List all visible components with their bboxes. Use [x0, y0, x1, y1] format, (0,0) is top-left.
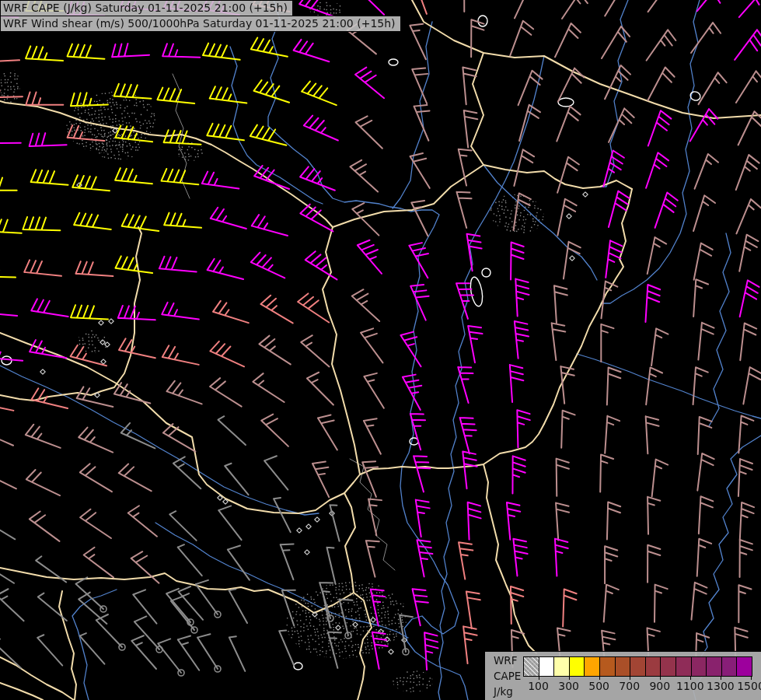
legend-tick-label: 900	[649, 680, 670, 692]
legend-tick-label: 500	[588, 680, 609, 692]
legend-swatch	[630, 657, 645, 676]
legend-swatch	[660, 657, 675, 676]
legend-title: WRF CAPE J/kg	[494, 653, 521, 699]
legend-swatch	[599, 657, 615, 676]
legend-swatch	[569, 657, 585, 676]
map-title-wind-shear: WRF Wind shear (m/s) 500/1000hPa Saturda…	[0, 16, 401, 32]
legend-tick-label: 1300	[707, 680, 735, 692]
legend-swatch	[615, 657, 630, 676]
legend-title-line-3: J/kg	[494, 684, 521, 699]
cape-legend: WRF CAPE J/kg 10030050070090011001300150…	[484, 651, 761, 700]
legend-swatch	[524, 657, 539, 676]
legend-swatch	[539, 657, 554, 676]
legend-color-bar	[523, 656, 752, 677]
legend-swatch	[675, 657, 691, 676]
legend-tick-label: 300	[558, 680, 579, 692]
legend-tick-label: 100	[528, 680, 549, 692]
legend-tick-label: 1500	[737, 680, 761, 692]
title-bar: WRF CAPE (J/kg) Saturday 01-11-2025 21:0…	[0, 0, 401, 32]
legend-swatch	[584, 657, 599, 676]
legend-swatch	[736, 657, 752, 676]
weather-map-canvas	[0, 0, 761, 700]
legend-title-line-1: WRF	[494, 653, 521, 668]
legend-swatch	[553, 657, 569, 676]
legend-tick-label: 700	[619, 680, 640, 692]
map-title-cape: WRF CAPE (J/kg) Saturday 01-11-2025 21:0…	[0, 0, 293, 16]
legend-tick-label: 1100	[676, 680, 704, 692]
legend-swatch	[691, 657, 707, 676]
legend-swatch	[721, 657, 737, 676]
legend-title-line-2: CAPE	[494, 668, 521, 684]
legend-swatch	[706, 657, 721, 676]
legend-swatch	[645, 657, 661, 676]
